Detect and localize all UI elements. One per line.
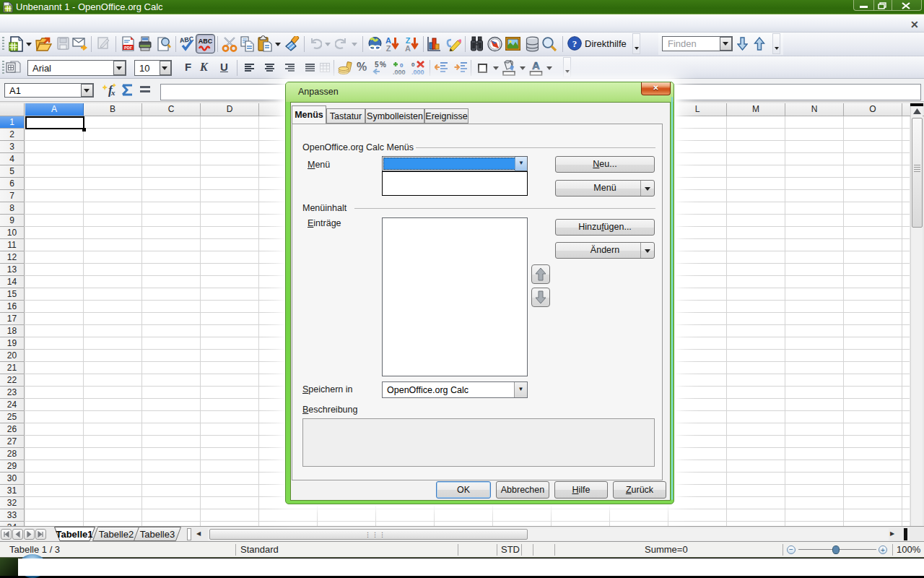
svg-text:%: %	[380, 61, 386, 69]
svg-text:ABC: ABC	[199, 38, 213, 45]
svg-text:Tabelle1: Tabelle1	[56, 529, 92, 540]
svg-text:.000: .000	[393, 69, 406, 75]
svg-text:?: ?	[572, 38, 578, 49]
svg-text:ABC: ABC	[180, 36, 194, 44]
svg-text:5: 5	[375, 61, 379, 69]
svg-text:x: x	[110, 88, 116, 97]
svg-text:0: 0	[400, 62, 404, 69]
svg-text:Tabelle3: Tabelle3	[140, 529, 175, 540]
svg-text:PDF: PDF	[124, 46, 133, 50]
svg-text:0: 0	[411, 61, 415, 68]
svg-text:Z: Z	[386, 44, 391, 53]
svg-text:Tabelle2: Tabelle2	[99, 529, 134, 540]
svg-text:A: A	[532, 59, 540, 72]
svg-text:.000: .000	[411, 69, 424, 75]
svg-text:A: A	[405, 44, 411, 53]
